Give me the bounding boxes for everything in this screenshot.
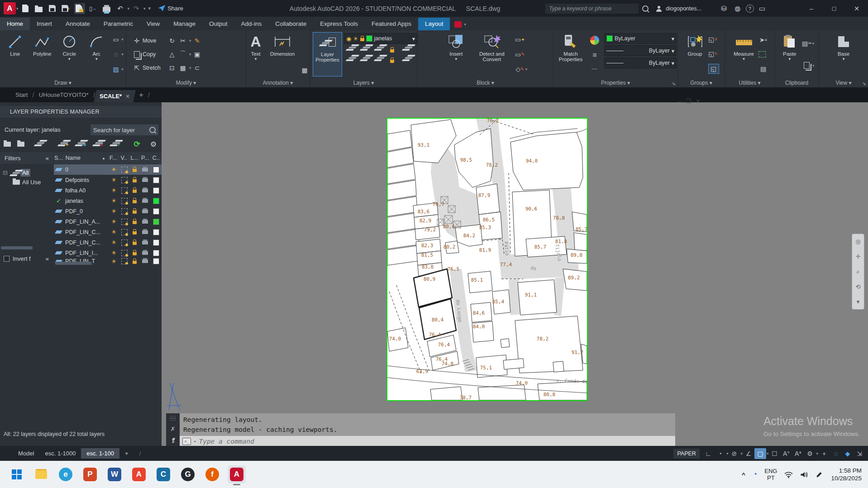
filters-collapse-icon[interactable]: «	[46, 155, 49, 162]
line-button[interactable]: Line	[2, 32, 28, 77]
app-menu-caret-icon[interactable]: ▾	[16, 6, 19, 11]
fillet-caret-icon[interactable]: ▾	[189, 52, 191, 57]
open-from-web-icon[interactable]	[74, 3, 85, 14]
layer-lock-icon[interactable]	[129, 188, 140, 193]
layer-vp-freeze-icon[interactable]	[119, 250, 129, 256]
command-input[interactable]: >_ ▾ Type a command	[180, 436, 675, 447]
notification-bell-icon[interactable]: ◍	[732, 3, 743, 14]
ribbon-tab-add-ins[interactable]: Add-ins	[234, 18, 268, 30]
panel-title-groups[interactable]: Groups ▾	[678, 80, 725, 86]
edit-block-icon[interactable]: ▭✎	[515, 50, 525, 59]
settings-gear-icon[interactable]: ⚙	[804, 448, 816, 459]
properties-launcher-icon[interactable]: ⇘	[672, 81, 676, 86]
layer-vp-freeze-icon[interactable]	[119, 239, 129, 246]
layer-combo[interactable]: ◉ ☀ janelas ▾	[344, 33, 417, 44]
layer-name[interactable]: janelas	[63, 198, 109, 204]
text-button[interactable]: A Text▾	[246, 32, 265, 77]
layer-name[interactable]: PDF_LIN_I...	[63, 250, 109, 256]
color-wheel-icon[interactable]	[589, 35, 600, 46]
pline-width-icon[interactable]: ≡	[590, 51, 600, 60]
file-tab-scale[interactable]: SCALE*✕	[94, 90, 136, 102]
rotate-icon[interactable]: ↻	[167, 36, 177, 45]
qat-customize-caret-icon[interactable]: ▾	[148, 5, 151, 11]
layer-lock-icon[interactable]	[129, 198, 140, 203]
layer-states-icon[interactable]	[34, 141, 42, 148]
layer-plot-icon[interactable]	[140, 189, 150, 192]
app-store-cart-icon[interactable]: ⛁	[719, 3, 730, 14]
layer-search-icon[interactable]	[149, 127, 156, 133]
layer-properties-button[interactable]: Layer Properties	[313, 32, 342, 77]
redo-caret-icon[interactable]: ▾	[143, 6, 146, 11]
hatch-caret-icon[interactable]: ▾	[121, 67, 124, 72]
detect-convert-button[interactable]: Detect and Convert	[471, 32, 513, 77]
taskbar-clock[interactable]: 1:58 PM10/28/2025	[831, 467, 862, 482]
redo-icon[interactable]: ↷	[131, 3, 142, 14]
windows-start-button[interactable]	[8, 465, 26, 483]
undo-caret-icon[interactable]: ▾	[128, 6, 130, 11]
layer-vp-freeze-icon[interactable]	[119, 198, 129, 204]
github-icon[interactable]: G	[179, 465, 197, 483]
layer-unisolate-icon[interactable]	[359, 56, 369, 65]
command-window[interactable]: :::::::: ✗ Regenerating layout.Regenerat…	[166, 413, 675, 447]
layer-match-icon[interactable]	[401, 45, 411, 54]
fillet-icon[interactable]: ⌒	[178, 50, 188, 59]
plot-icon[interactable]	[101, 3, 112, 14]
layer-color-swatch[interactable]	[150, 198, 162, 204]
isolate-objects-icon[interactable]: ◌	[830, 448, 842, 459]
tree-expand-icon[interactable]: ⊟	[3, 169, 8, 176]
layer-combo-caret-icon[interactable]: ▾	[412, 35, 415, 42]
layer-color-swatch[interactable]	[150, 219, 162, 225]
layer-row-pdf-lin-a-[interactable]: PDF_LIN_A...☀	[54, 216, 162, 227]
edit-attributes-icon[interactable]: ◇✎	[515, 65, 525, 74]
nav-pan-icon[interactable]: ✛	[856, 253, 861, 260]
layer-color-swatch[interactable]	[150, 187, 162, 194]
layer-on-icon[interactable]: ☀	[109, 218, 119, 225]
vp-close-icon[interactable]: ✕	[696, 98, 701, 105]
delete-layer-icon[interactable]: ✗	[93, 141, 104, 148]
copy-clip-caret-icon[interactable]: ▾	[812, 63, 815, 68]
color-control-combo[interactable]: ByLayer ▾	[604, 33, 677, 44]
layer-lock-icon[interactable]	[129, 219, 140, 224]
layer-name[interactable]: PDF_LIN_A...	[63, 219, 109, 225]
file-tab-close-icon[interactable]: ✕	[125, 93, 130, 100]
nav-more-icon[interactable]: ▾	[857, 298, 860, 305]
trim-caret-icon[interactable]: ▾	[189, 38, 191, 43]
layer-lock-icon[interactable]	[129, 230, 140, 234]
drawing-canvas[interactable]: 76,293,198,578,294,087,990,676,783,682,9…	[162, 102, 868, 446]
invert-filter-checkbox[interactable]	[4, 256, 10, 262]
centerline-tool-icon[interactable]: ◌	[111, 50, 121, 59]
hidden-icons-chevron[interactable]: ^	[742, 471, 745, 478]
layer-name[interactable]: 0	[63, 167, 109, 173]
layer-vp-freeze-icon[interactable]	[119, 219, 129, 225]
layer-row-pdf-0[interactable]: PDF_0☀	[54, 206, 162, 216]
group-selection-icon[interactable]: ◱	[708, 64, 719, 74]
layer-lock-icon[interactable]	[387, 45, 397, 54]
command-customize-wrench-icon[interactable]	[169, 437, 176, 444]
panel-title-annotation[interactable]: Annotation ▾	[246, 80, 310, 86]
ribbon-tab-insert[interactable]: Insert	[30, 18, 59, 30]
rectangle-tool-icon[interactable]: ▭	[111, 35, 121, 44]
new-layer-icon[interactable]: ✦	[58, 141, 69, 148]
set-current-layer-icon[interactable]: ✓	[110, 141, 121, 148]
move-icon[interactable]: ✛	[132, 36, 142, 45]
cut-caret-icon[interactable]: ▾	[812, 41, 815, 46]
ribbon-tab-annotate[interactable]: Annotate	[59, 18, 97, 30]
layout-tab-2[interactable]: esc. 1-100	[81, 448, 119, 459]
ribbon-tab-collaborate[interactable]: Collaborate	[268, 18, 313, 30]
vp-restore-icon[interactable]: ❐	[686, 98, 691, 105]
layer-vp-freeze-icon[interactable]	[119, 208, 129, 215]
maximize-button[interactable]: ▢	[823, 0, 845, 17]
ribbon-tab-manage[interactable]: Manage	[167, 18, 202, 30]
speaker-icon[interactable]	[800, 471, 808, 478]
help-icon[interactable]: ?	[746, 5, 754, 13]
panel-title-properties[interactable]: Properties ▾ ⇘	[553, 80, 677, 86]
layer-row-janelas[interactable]: ✓janelas☀	[54, 196, 162, 206]
layer-plot-icon[interactable]	[140, 178, 150, 182]
ribbon-tab-express-tools[interactable]: Express Tools	[313, 18, 365, 30]
layer-plot-icon[interactable]	[140, 210, 150, 213]
ribbon-tab-layout[interactable]: Layout	[418, 18, 450, 30]
layer-plot-icon[interactable]	[140, 220, 150, 224]
polyline-button[interactable]: Polyline	[29, 32, 55, 77]
layer-name[interactable]: folha A0	[63, 187, 109, 194]
layer-vp-freeze-icon[interactable]	[119, 229, 129, 235]
